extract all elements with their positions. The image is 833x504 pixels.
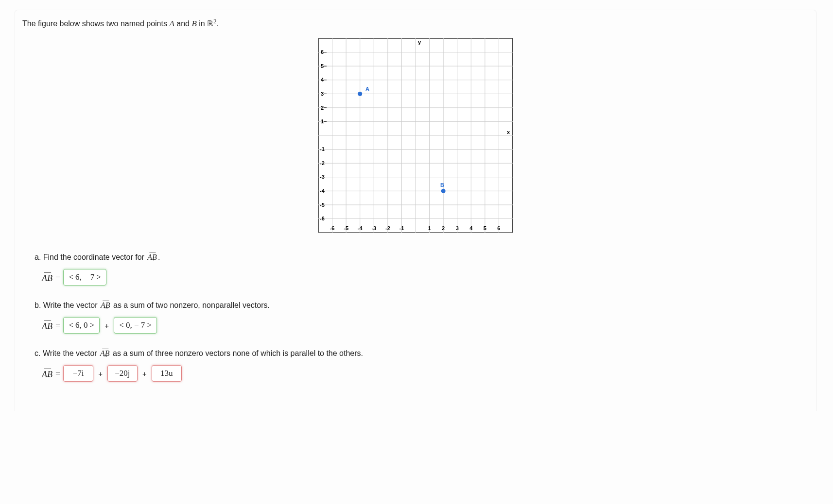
plus-operator: + bbox=[104, 321, 109, 330]
part-c-answer2-input[interactable]: −20j bbox=[107, 365, 138, 382]
intro-in: in bbox=[197, 19, 207, 28]
real-space: ℝ2 bbox=[207, 19, 217, 28]
svg-text:6: 6 bbox=[321, 49, 324, 55]
vector-ab-lhs: —→AB bbox=[42, 319, 52, 332]
svg-text:-2: -2 bbox=[320, 160, 325, 166]
vector-ab-inline: —→AB bbox=[100, 348, 110, 358]
svg-text:-5: -5 bbox=[320, 202, 325, 208]
part-c-prompt: c. Write the vector —→AB as a sum of thr… bbox=[35, 348, 809, 358]
svg-text:3: 3 bbox=[321, 91, 324, 97]
arrow-icon: —→ bbox=[100, 344, 110, 360]
svg-text:-6: -6 bbox=[320, 216, 325, 221]
arrow-icon: —→ bbox=[42, 365, 52, 380]
part-c-answer1-input[interactable]: −7i bbox=[63, 365, 93, 382]
vector-ab-inline: —→AB bbox=[147, 252, 157, 262]
part-a-prompt: a. Find the coordinate vector for —→AB. bbox=[35, 252, 809, 262]
intro-text: The figure below shows two named points … bbox=[22, 17, 809, 29]
svg-point-52 bbox=[441, 189, 446, 193]
svg-text:5: 5 bbox=[321, 63, 324, 69]
svg-text:4: 4 bbox=[469, 225, 473, 231]
svg-text:3: 3 bbox=[456, 225, 459, 231]
svg-text:-1: -1 bbox=[399, 225, 404, 231]
svg-text:B: B bbox=[440, 182, 444, 188]
point-a-var: A bbox=[169, 19, 174, 28]
part-b-answer1-input[interactable]: < 6, 0 > bbox=[63, 317, 100, 334]
svg-text:5: 5 bbox=[484, 225, 486, 231]
svg-text:2: 2 bbox=[321, 105, 324, 111]
intro-prefix: The figure below shows two named points bbox=[22, 19, 169, 28]
plus-operator: + bbox=[142, 370, 147, 378]
x-axis-label: x bbox=[507, 129, 510, 135]
svg-text:-1: -1 bbox=[320, 146, 325, 152]
svg-text:-3: -3 bbox=[371, 225, 376, 231]
intro-and: and bbox=[174, 19, 192, 28]
arrow-icon: —→ bbox=[147, 248, 157, 264]
svg-text:6: 6 bbox=[497, 225, 500, 231]
part-b-equation: —→AB = < 6, 0 > + < 0, − 7 > bbox=[42, 317, 809, 334]
arrow-icon: —→ bbox=[42, 317, 52, 332]
equals-sign: = bbox=[55, 369, 60, 379]
part-c-answer3-input[interactable]: 13u bbox=[152, 365, 182, 382]
intro-period: . bbox=[217, 19, 219, 28]
svg-text:A: A bbox=[365, 86, 369, 92]
svg-text:-2: -2 bbox=[385, 225, 390, 231]
svg-text:2: 2 bbox=[442, 225, 445, 231]
vector-ab-lhs: —→AB bbox=[42, 271, 52, 284]
part-b-answer2-input[interactable]: < 0, − 7 > bbox=[114, 317, 157, 334]
svg-point-50 bbox=[358, 92, 362, 96]
part-a-answer-input[interactable]: < 6, − 7 > bbox=[63, 269, 106, 286]
svg-text:-3: -3 bbox=[320, 174, 325, 180]
svg-text:-4: -4 bbox=[358, 225, 363, 231]
arrow-icon: —→ bbox=[42, 269, 52, 284]
part-a-equation: —→AB = < 6, − 7 > bbox=[42, 269, 809, 286]
svg-text:4: 4 bbox=[321, 77, 324, 83]
coordinate-graph: y x 6 5 4 3 2 1 -1 -2 -3 -4 -5 -6 -6 -5 … bbox=[318, 38, 513, 233]
equals-sign: = bbox=[55, 272, 60, 283]
plus-operator: + bbox=[98, 370, 103, 378]
point-b-var: B bbox=[191, 19, 196, 28]
svg-text:-6: -6 bbox=[330, 225, 335, 231]
y-axis-label: y bbox=[418, 39, 421, 45]
part-c-equation: —→AB = −7i + −20j + 13u bbox=[42, 365, 809, 382]
svg-text:1: 1 bbox=[428, 225, 431, 231]
svg-text:1: 1 bbox=[321, 118, 324, 124]
arrow-icon: —→ bbox=[101, 296, 110, 312]
equals-sign: = bbox=[55, 320, 60, 331]
svg-text:-5: -5 bbox=[344, 225, 348, 231]
vector-ab-inline: —→AB bbox=[101, 300, 110, 310]
question-container: The figure below shows two named points … bbox=[15, 10, 816, 411]
svg-text:-4: -4 bbox=[320, 188, 325, 194]
vector-ab-lhs: —→AB bbox=[42, 368, 52, 380]
part-b-prompt: b. Write the vector —→AB as a sum of two… bbox=[35, 300, 809, 310]
